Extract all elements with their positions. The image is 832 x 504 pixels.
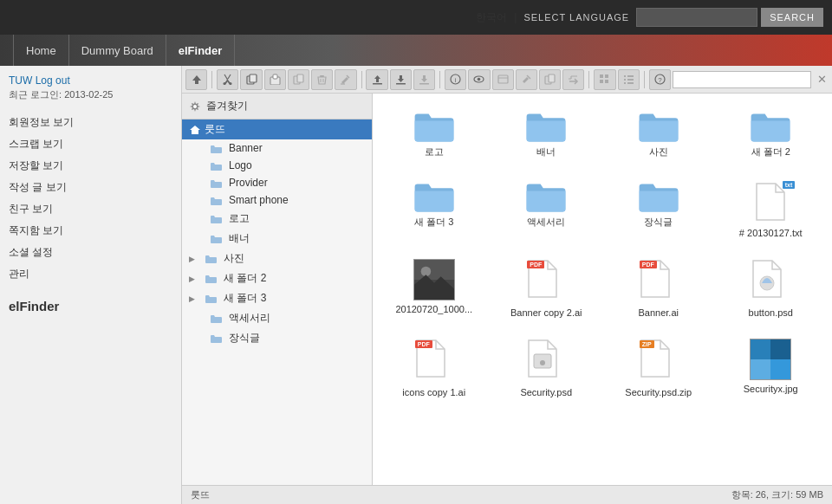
file-item-psd2[interactable]: Security.psd	[494, 332, 600, 404]
folder-icon	[413, 179, 455, 212]
file-label: 사진	[649, 145, 668, 158]
tree-item-decoration[interactable]: 장식글	[182, 328, 372, 348]
tree-item-logo[interactable]: Logo	[182, 157, 372, 174]
file-item-logo[interactable]: 로고	[381, 102, 487, 165]
nav-home[interactable]: Home	[13, 35, 69, 66]
list-view-button[interactable]	[618, 69, 640, 90]
logout-link[interactable]: Log out	[36, 74, 70, 87]
user-link[interactable]: TUW	[9, 74, 32, 87]
svg-point-1	[230, 82, 232, 85]
file-label: 장식글	[644, 216, 673, 229]
file-item-newfolder2[interactable]: 새 폴더 2	[718, 102, 824, 165]
folder-icon	[210, 214, 222, 223]
top-search-button[interactable]: SEARCH	[761, 8, 823, 27]
top-search-input[interactable]	[636, 8, 757, 27]
tree-item-label: 새 폴더 2	[224, 271, 266, 286]
psd-icon	[527, 339, 565, 384]
tree-item-provider[interactable]: Provider	[182, 174, 372, 191]
nav-elfinder[interactable]: elFinder	[166, 35, 236, 66]
svg-point-33	[193, 105, 197, 108]
up-button[interactable]	[185, 69, 207, 90]
file-item-photo[interactable]: 사진	[606, 102, 712, 165]
tree-item-folder3[interactable]: ▶ 새 폴더 3	[182, 288, 372, 308]
sidebar-menu-item[interactable]: 관리	[9, 263, 172, 285]
tree-item-folder2[interactable]: ▶ 새 폴더 2	[182, 268, 372, 288]
tree-root[interactable]: 룻뜨	[182, 120, 372, 139]
nav-dummy-board[interactable]: Dummy Board	[69, 35, 166, 66]
file-item-newfolder3[interactable]: 새 폴더 3	[381, 172, 487, 245]
file-item-accessory[interactable]: 액세서리	[494, 172, 600, 245]
file-item-image2[interactable]: Securityx.jpg	[718, 332, 824, 404]
file-item-pdf2[interactable]: PDF Banner.ai	[606, 252, 712, 325]
extract-button[interactable]	[413, 69, 435, 90]
tree-item-smartphone[interactable]: Smart phone	[182, 191, 372, 209]
sidebar-menu-item[interactable]: 소셜 설정	[9, 242, 172, 263]
last-login: 최근 로그인: 2013-02-25	[9, 88, 172, 101]
tree-item-label: 사진	[224, 251, 244, 266]
download-button[interactable]	[390, 69, 412, 90]
file-item-ai1[interactable]: PDF icons copy 1.ai	[381, 332, 487, 404]
folder-icon	[210, 144, 222, 153]
sidebar-menu-item[interactable]: 스크랩 보기	[9, 133, 172, 155]
tree-item-label: 새 폴더 3	[224, 291, 266, 306]
content-area: 즐겨찾기 룻뜨 Banner Logo	[182, 94, 832, 485]
search-clear-button[interactable]: ✕	[815, 73, 829, 87]
sidebar-menu-item[interactable]: 쪽지함 보기	[9, 220, 172, 242]
file-label: 로고	[425, 145, 444, 158]
language-label: 한국어	[476, 10, 507, 25]
cut-button[interactable]	[217, 69, 238, 90]
file-item-pdf1[interactable]: PDF Banner copy 2.ai	[494, 252, 600, 325]
sidebar-menu-item[interactable]: 친구 보기	[9, 198, 172, 220]
file-item-image1[interactable]: 20120720_1000...	[381, 252, 487, 325]
help-button[interactable]: ?	[649, 69, 671, 90]
tree-item-photo[interactable]: ▶ 사진	[182, 249, 372, 268]
elfinder-section-title: elFinder	[9, 299, 172, 313]
remove-button[interactable]	[311, 69, 333, 90]
psd-icon	[751, 259, 790, 304]
copy-button[interactable]	[240, 69, 262, 90]
svg-rect-20	[549, 74, 555, 82]
file-label: # 20130127.txt	[739, 228, 803, 238]
toolbar-sep	[361, 71, 362, 88]
file-item-decoration[interactable]: 장식글	[606, 172, 712, 245]
grid-view-button[interactable]	[594, 69, 615, 90]
file-item-txt[interactable]: txt # 20130127.txt	[718, 172, 824, 245]
paste-button[interactable]	[264, 69, 286, 90]
file-label: Security.psd.zip	[625, 387, 692, 397]
svg-rect-11	[396, 83, 406, 85]
upload-button[interactable]	[366, 69, 387, 90]
rename-button[interactable]	[335, 69, 356, 90]
tree-item-label: Logo	[229, 159, 252, 171]
svg-rect-22	[605, 74, 608, 78]
tree-item-banner-kr[interactable]: 배너	[182, 229, 372, 249]
elfinder-panel: i	[182, 66, 832, 504]
tree-item-accessory[interactable]: 액세서리	[182, 308, 372, 328]
copy-files-button[interactable]	[539, 69, 561, 90]
tree-item-banner[interactable]: Banner	[182, 139, 372, 157]
svg-rect-7	[297, 74, 303, 82]
svg-point-39	[540, 360, 545, 365]
tree-item-logo-kr[interactable]: 로고	[182, 209, 372, 229]
file-item-zip[interactable]: ZIP Security.psd.zip	[606, 332, 712, 404]
sidebar-menu-item[interactable]: 작성 글 보기	[9, 177, 172, 198]
quicklook-button[interactable]	[492, 69, 514, 90]
info-button[interactable]: i	[445, 69, 466, 90]
navbar: Home Dummy Board elFinder	[0, 35, 832, 66]
sidebar-menu-item[interactable]: 회원정보 보기	[9, 112, 172, 133]
svg-rect-42	[770, 359, 790, 379]
search-input[interactable]	[673, 71, 811, 88]
svg-rect-8	[320, 75, 324, 77]
select-language-link[interactable]: SELECT LANGUAGE	[523, 12, 629, 23]
sidebar-menu-item[interactable]: 저장할 보기	[9, 155, 172, 177]
edit-button[interactable]	[516, 69, 537, 90]
tree-item-label: 배너	[229, 231, 250, 246]
folder-icon	[525, 179, 567, 212]
zip-icon: ZIP	[640, 339, 678, 384]
preview-button[interactable]	[468, 69, 490, 90]
move-button[interactable]	[562, 69, 584, 90]
file-item-psd1[interactable]: button.psd	[718, 252, 824, 325]
statusbar: 룻뜨 항목: 26, 크기: 59 MB	[182, 485, 832, 504]
file-label: icons copy 1.ai	[402, 387, 465, 397]
file-item-banner[interactable]: 배너	[494, 102, 600, 165]
duplicate-button[interactable]	[288, 69, 309, 90]
